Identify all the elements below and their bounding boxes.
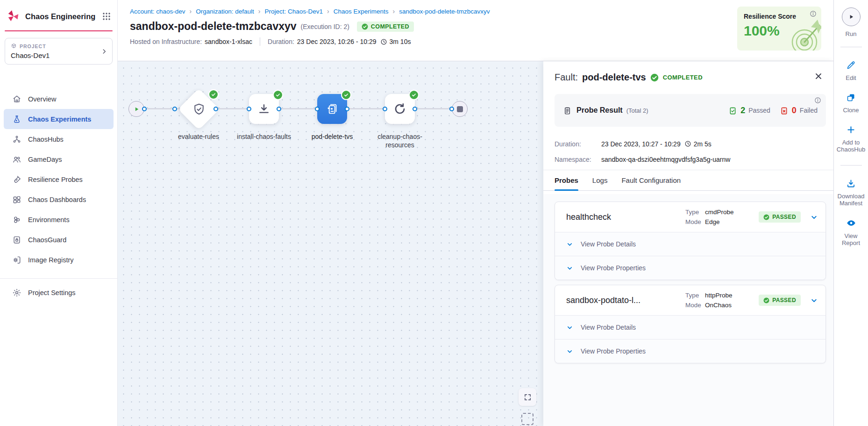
flask-icon xyxy=(12,115,21,124)
duration-value: 23 Dec 2023, 10:26 - 10:29 xyxy=(297,38,377,45)
failed-count: 0 xyxy=(792,106,797,116)
sidebar-item-chaos-experiments[interactable]: Chaos Experiments xyxy=(4,109,114,129)
resilience-score-value: 100% xyxy=(744,23,815,39)
check-icon xyxy=(275,92,281,98)
failed-label: Failed xyxy=(800,107,818,114)
brand-header: Chaos Engineering xyxy=(0,0,117,23)
breadcrumb-experiment-name[interactable]: sandbox-pod-delete-tmzbcavxyv xyxy=(399,8,490,15)
probe-name: healthcheck xyxy=(566,212,685,222)
probe-status-badge: PASSED xyxy=(759,211,801,223)
edit-button[interactable]: Edit xyxy=(836,60,866,81)
probe-mode-value: Edge xyxy=(705,217,720,227)
sidebar-item-chaosguard[interactable]: ChaosGuard xyxy=(4,230,114,250)
fault-panel-header: Fault: pod-delete-tvs COMPLETED xyxy=(543,61,833,83)
node-label-install-chaos-faults: install-chaos-faults xyxy=(231,132,297,141)
probe-result-title: Probe Result xyxy=(576,106,623,115)
pipeline-canvas[interactable]: evaluate-rules install-chaos-faults pod-… xyxy=(118,61,543,426)
sidebar-item-chaos-dashboards[interactable]: Chaos Dashboards xyxy=(4,189,114,209)
sidebar-item-label: Project Settings xyxy=(28,289,76,296)
project-selector[interactable]: PROJECT Chaos-Dev1 xyxy=(5,38,113,65)
plus-icon xyxy=(846,125,856,135)
sidebar-item-label: Chaos Experiments xyxy=(28,116,91,123)
fault-namespace-value: sandbox-qa-dszi0eehtmqgvdfsfg3a5g-uarnw xyxy=(601,156,730,163)
chevron-down-icon[interactable] xyxy=(810,213,818,221)
node-label-cleanup-chaos-resources: cleanup-chaos-resources xyxy=(367,132,433,149)
info-icon[interactable] xyxy=(810,10,817,17)
fault-duration-label: Duration: xyxy=(555,140,601,148)
app-switcher-grid-icon[interactable] xyxy=(102,12,111,21)
sidebar-item-label: Image Registry xyxy=(28,256,74,264)
tab-logs[interactable]: Logs xyxy=(592,170,608,190)
tab-probes[interactable]: Probes xyxy=(555,170,578,190)
connector-dot xyxy=(247,107,251,111)
fault-duration-elapsed: 2m 5s xyxy=(694,140,711,148)
environments-icon xyxy=(12,215,21,224)
close-icon[interactable] xyxy=(814,72,823,81)
chevron-down-icon xyxy=(566,241,573,248)
chevron-down-icon[interactable] xyxy=(810,296,818,304)
sidebar-item-image-registry[interactable]: Image Registry xyxy=(4,250,114,270)
breadcrumb-chaos-experiments[interactable]: Chaos Experiments xyxy=(334,8,389,15)
run-button[interactable] xyxy=(842,7,861,26)
add-to-chaoshub-button[interactable]: Add to ChaosHub xyxy=(836,125,866,153)
sidebar-item-project-settings[interactable]: Project Settings xyxy=(0,282,117,304)
node-label-evaluate-rules: evaluate-rules xyxy=(166,132,231,141)
breadcrumb: Account: chaos-dev › Organization: defau… xyxy=(118,0,833,15)
fault-meta: Duration: 23 Dec 2023, 10:27 - 10:29 2m … xyxy=(555,139,822,164)
guard-lock-icon xyxy=(12,235,21,245)
connector-dot xyxy=(413,107,417,111)
registry-gear-icon xyxy=(12,255,21,265)
check-circle-icon xyxy=(650,73,659,82)
status-badge-label: COMPLETED xyxy=(371,23,409,30)
sidebar-item-label: Resilience Probes xyxy=(28,176,83,183)
download-icon xyxy=(846,179,856,188)
info-icon[interactable] xyxy=(814,97,821,104)
clock-icon xyxy=(380,38,387,45)
download-icon xyxy=(257,102,270,116)
sidebar-item-chaoshubs[interactable]: ChaosHubs xyxy=(4,129,114,149)
play-icon xyxy=(848,14,854,20)
dashboard-grid-icon xyxy=(12,195,21,204)
node-success-badge xyxy=(409,90,419,100)
view-probe-details-label: View Probe Details xyxy=(581,324,636,331)
pod-delete-fault-icon xyxy=(325,102,339,116)
probe-type-label: Type xyxy=(685,207,705,217)
passed-label: Passed xyxy=(748,107,770,114)
view-report-label: View Report xyxy=(836,232,866,246)
view-probe-details-toggle[interactable]: View Probe Details xyxy=(555,232,825,256)
node-cleanup-chaos-resources[interactable] xyxy=(385,94,415,124)
view-probe-details-toggle[interactable]: View Probe Details xyxy=(555,315,825,339)
clipboard-check-icon xyxy=(728,106,737,115)
tab-fault-configuration[interactable]: Fault Configuration xyxy=(621,170,681,190)
pipeline-end-node[interactable] xyxy=(452,101,468,117)
view-probe-properties-toggle[interactable]: View Probe Properties xyxy=(555,339,825,363)
sidebar-item-overview[interactable]: Overview xyxy=(4,89,114,109)
clone-button[interactable]: Clone xyxy=(836,93,866,114)
node-success-badge xyxy=(208,89,219,100)
probe-result-counts: 2 Passed 0 Failed xyxy=(728,106,818,116)
sidebar-item-gamedays[interactable]: GameDays xyxy=(4,149,114,169)
canvas-fit-view-button[interactable] xyxy=(519,388,536,406)
view-probe-properties-toggle[interactable]: View Probe Properties xyxy=(555,256,825,280)
probe-card-healthcheck: healthcheck TypecmdProbe ModeEdge PASSED… xyxy=(555,202,826,280)
canvas-selection-tool-button[interactable] xyxy=(521,413,534,425)
node-evaluate-rules[interactable] xyxy=(178,89,219,130)
check-icon xyxy=(343,92,349,98)
node-pod-delete[interactable] xyxy=(317,94,347,124)
breadcrumb-account[interactable]: Account: chaos-dev xyxy=(130,8,185,15)
node-success-badge xyxy=(341,90,351,100)
pencil-icon xyxy=(846,60,856,70)
fault-duration-row: Duration: 23 Dec 2023, 10:27 - 10:29 2m … xyxy=(555,139,822,149)
breadcrumb-organization[interactable]: Organization: default xyxy=(196,8,254,15)
resilience-score-card: Resilience Score 100% xyxy=(737,7,821,51)
sidebar-item-environments[interactable]: Environments xyxy=(4,209,114,230)
node-install-chaos-faults[interactable] xyxy=(249,94,279,124)
check-circle-icon xyxy=(763,297,769,303)
hub-network-icon xyxy=(12,135,21,144)
breadcrumb-project[interactable]: Project: Chaos-Dev1 xyxy=(265,8,323,15)
download-manifest-button[interactable]: Download Manifest xyxy=(836,179,866,207)
view-report-button[interactable]: View Report xyxy=(836,218,866,246)
sidebar-item-resilience-probes[interactable]: Resilience Probes xyxy=(4,169,114,189)
rail-divider xyxy=(840,165,862,166)
app-root: Chaos Engineering PROJECT Chaos-Dev1 Ove… xyxy=(0,0,868,426)
